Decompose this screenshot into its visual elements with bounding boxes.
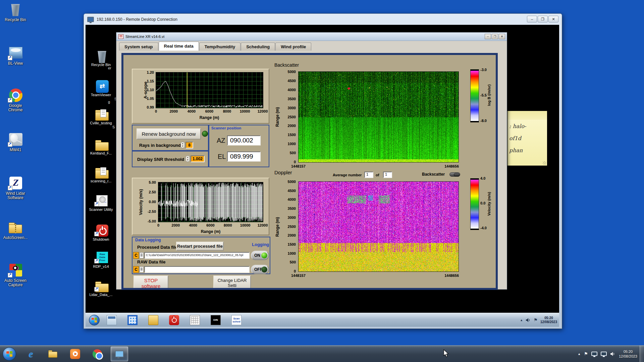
desktop-icon-kentland-folder[interactable]: Kentland_F... <box>87 137 115 156</box>
desktop-icon-recycle-bin[interactable]: Recycle Bin <box>1 2 30 22</box>
doppler-colorbar <box>470 178 479 230</box>
taskbar-button-windows-explorer[interactable] <box>44 347 62 361</box>
sticky-note[interactable]: : halo-of1dphan <box>507 111 547 166</box>
remote-taskbar[interactable]: DINScansched ▲ ⚑ 05:20 12/08/2023 <box>86 313 559 327</box>
processed-drive-selector[interactable]: C <box>133 252 139 259</box>
stop-software-button[interactable]: STOPsoftware <box>133 276 168 290</box>
average-number-field[interactable]: 1 <box>364 172 373 178</box>
desktop-icon-auto-screen-capture[interactable]: Auto Screen Capture <box>1 263 30 287</box>
y-tick-label: 500 <box>274 151 296 155</box>
y-tick-label: 1.15 <box>135 79 154 83</box>
ascope-graph-group: A-scope 1.201.151.101.050.99 02000400060… <box>132 69 269 124</box>
app-titlebar[interactable]: StreamLine XR v14-6.vi – ❐ ✕ <box>116 33 507 41</box>
rays-spinner[interactable]: ▲▼ <box>180 142 185 148</box>
of-number-field[interactable]: 1 <box>383 172 392 178</box>
sticky-note-resize-grip[interactable] <box>543 161 546 165</box>
az-value-field[interactable]: 090.002 <box>227 135 261 145</box>
snr-value-field[interactable]: 1.002 <box>191 156 205 162</box>
desktop-icon-rdp-v14[interactable]: RawDataProcRDP_v14 <box>87 251 115 269</box>
tab-wind-profile[interactable]: Wind profile <box>275 43 311 51</box>
backscatter-colorbar-label: log B (/m/sr) <box>487 75 492 115</box>
logging-off-button[interactable]: OFF <box>251 265 269 274</box>
desktop-icon-scanning-folder[interactable]: scanning_r... <box>87 165 115 183</box>
el-value-field[interactable]: 089.999 <box>227 152 261 162</box>
host-clock[interactable]: 05:20 12/08/2023 <box>619 349 637 359</box>
raw-file-label: RAW Data file <box>137 259 166 264</box>
tray-display-icon[interactable] <box>591 352 597 356</box>
show-desktop-button[interactable] <box>640 346 644 362</box>
renew-background-button[interactable]: Renew background now <box>137 128 201 139</box>
remote-tray-flag-icon[interactable]: ⚑ <box>534 317 538 322</box>
rdp-minimize-button[interactable]: – <box>527 16 537 22</box>
remote-tray-chevron-icon[interactable]: ▲ <box>520 318 523 322</box>
rdp-window-icon <box>87 17 94 22</box>
app-close-button[interactable]: ✕ <box>499 34 505 39</box>
desktop-icon-remote-recycle-bin[interactable]: Recycle Bin <box>87 49 115 67</box>
remote-start-button[interactable] <box>89 315 100 325</box>
rdp-titlebar[interactable]: 192.168.0.150 - Remote Desktop Connectio… <box>84 14 562 25</box>
taskbar-button-remote-folder-app[interactable] <box>147 314 160 326</box>
raw-path-field[interactable] <box>144 266 250 273</box>
logging-on-button[interactable]: ON <box>251 251 269 260</box>
rdp-v14-label: RDP_v14 <box>87 264 115 269</box>
backscatter-toggle-switch[interactable] <box>449 172 460 177</box>
tab-scheduling[interactable]: Scheduling <box>241 43 275 51</box>
taskbar-button-media-app[interactable] <box>66 347 84 361</box>
change-lidar-settings-button[interactable]: Change LiDARSetti <box>213 276 251 290</box>
taskbar-button-chrome[interactable] <box>89 347 106 361</box>
taskbar-button-remote-window-app[interactable] <box>105 314 118 326</box>
shortcut-arrow-icon <box>8 273 12 278</box>
rdp-maximize-button[interactable]: ❐ <box>538 16 548 22</box>
tray-volume-icon[interactable] <box>610 352 615 356</box>
tray-network-icon[interactable] <box>601 352 607 356</box>
desktop-icon-wind-lidar-software[interactable]: ZWind Lidar Software <box>1 176 30 200</box>
taskbar-button-remote-desktop[interactable] <box>111 347 128 361</box>
doppler-colorbar-label: Velocity (m/s) <box>487 184 492 224</box>
x-tick-label: 8000 <box>219 223 236 227</box>
host-taskbar[interactable]: e ▲ ⚑ 05:20 12/08/2023 <box>0 345 644 362</box>
el-label: EL <box>218 153 226 161</box>
app-maximize-button[interactable]: ❐ <box>492 34 498 39</box>
taskbar-button-remote-grid-app[interactable] <box>126 314 139 326</box>
backscatter-toggle-label: Backscatter <box>422 172 445 177</box>
y-tick-label: 0 <box>274 269 296 273</box>
snr-spinner[interactable]: ▲▼ <box>185 156 190 162</box>
desktop-icon-scanner-utility[interactable]: Scanner Utility <box>87 194 115 212</box>
desktop-icon-shutdown[interactable]: Shutdown <box>87 224 115 242</box>
restart-processed-file-button[interactable]: Restart processed file <box>176 242 224 251</box>
tab-real-time-data[interactable]: Real time data <box>159 42 199 51</box>
cville-testing-label: Cville_testing <box>87 121 115 125</box>
desktop-icon-cville-testing[interactable]: Cville_testing <box>87 107 115 125</box>
desktop-icon-mw41[interactable]: MW41 <box>1 132 30 152</box>
desktop-icon-bl-view[interactable]: BL-View <box>1 46 30 66</box>
taskbar-button-internet-explorer[interactable]: e <box>22 347 40 361</box>
remote-volume-icon[interactable] <box>526 318 531 322</box>
tab-system-setup[interactable]: System setup <box>119 43 158 51</box>
tab-temp-humidity[interactable]: Temp/humidity <box>199 43 240 51</box>
of-label: of <box>376 173 379 177</box>
y-tick-label: 0 <box>274 160 296 164</box>
backscatter-x-start: 1448157 <box>291 164 315 168</box>
tray-chevron-icon[interactable]: ▲ <box>578 352 581 356</box>
snr-threshold-box: Display SNR threshold ▲▼ 1.002 <box>132 151 209 167</box>
remote-clock[interactable]: 05:20 12/08/2023 <box>540 316 557 324</box>
taskbar-button-remote-scan-sched-app[interactable]: Scansched <box>230 314 243 326</box>
raw-drive-selector[interactable]: C <box>133 266 139 273</box>
colorbar-tick-label: -4.0 <box>480 226 487 230</box>
rays-value-field[interactable]: 8 <box>185 142 193 148</box>
desktop-icon-autoscreen-zip[interactable]: AutoScreen... <box>1 220 30 240</box>
processed-path-field[interactable]: C:\Lidar\Data\Proc\2023\202308\20230812\… <box>144 252 250 259</box>
kentland-folder-icon <box>94 137 108 150</box>
tray-action-center-icon[interactable]: ⚑ <box>584 351 588 356</box>
taskbar-button-remote-terminal-app[interactable]: DIN <box>209 314 222 326</box>
app-minimize-button[interactable]: – <box>485 34 491 39</box>
desktop-icon-google-chrome[interactable]: Google Chrome <box>1 88 30 112</box>
taskbar-button-remote-shutdown-app[interactable] <box>167 314 181 326</box>
rdp-close-button[interactable]: ✕ <box>548 16 558 22</box>
start-button[interactable] <box>3 347 16 361</box>
streamline-app-window: StreamLine XR v14-6.vi – ❐ ✕ System setu… <box>116 32 507 290</box>
shortcut-arrow-icon <box>94 232 99 236</box>
desktop-icon-lidar-data-folder[interactable]: Lidar_Data_... <box>87 279 115 297</box>
taskbar-button-remote-xr-app[interactable] <box>188 314 202 326</box>
desktop-icon-teamviewer[interactable]: ⇄TeamViewer <box>87 79 115 97</box>
